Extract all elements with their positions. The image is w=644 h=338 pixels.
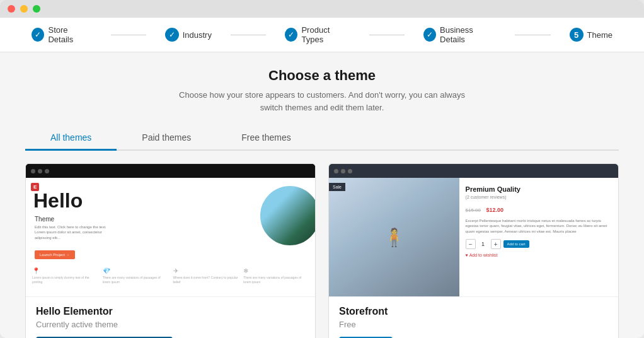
theme-card-storefront: Sale 🧍 Premium Quality (2 customer revie… [328,163,619,338]
step-label-store-details: Store Details [48,25,91,44]
sf-add-to-cart-btn: Add to cart [503,240,529,248]
page-subtitle-line1: Choose how your store appears to custome… [179,90,465,100]
hello-dot-2 [38,169,42,173]
step-label-theme: Theme [587,30,612,40]
theme-meta-hello-elementor: Currently active theme [36,320,305,329]
page-header: Choose a theme Choose how your store app… [25,67,619,114]
step-store-details[interactable]: ✓ Store Details [13,25,111,44]
step-connector-2 [231,35,266,35]
close-button[interactable] [8,5,15,13]
sf-qty-value: 1 [478,241,488,247]
storefront-top-bar [329,164,618,178]
sf-description: Excerpt Pellentesque habitant morbi tris… [466,218,612,234]
step-icon-theme: 5 [570,28,584,42]
hello-body-text: Edit this text. Click here to change the… [35,224,117,240]
sf-reviews: (2 customer reviews) [466,195,612,199]
hello-dot-1 [31,169,35,173]
hello-icon-2: 💎 There are many variations of passages … [103,267,168,284]
hello-headline: Hello [33,190,83,211]
main-content: Choose a theme Choose how your store app… [0,52,644,338]
step-icon-store-details: ✓ [32,28,44,42]
hello-icon-symbol-2: 💎 [103,267,168,274]
hello-sub-label: Theme [35,216,54,223]
theme-preview-hello-elementor: E Hello Theme Edit this text. Click here… [26,164,315,296]
sf-figure-icon: 🧍 [383,227,405,248]
theme-meta-storefront: Free [339,320,608,329]
sf-image-area: Sale 🧍 [329,178,459,296]
step-label-product-types: Product Types [301,25,350,44]
hello-icon-text-1: Lorem ipsum is simply dummy text of the … [32,276,98,284]
titlebar [0,0,644,18]
step-icon-business-details: ✓ [423,28,436,42]
storefront-preview-bg: Sale 🧍 Premium Quality (2 customer revie… [329,164,618,296]
sf-wishlist: ♥ Add to wishlist [466,253,612,257]
sf-info-area: Premium Quality (2 customer reviews) $15… [459,178,618,296]
hello-hero-image [258,184,315,247]
step-label-business-details: Business Details [440,25,496,44]
themes-grid: E Hello Theme Edit this text. Click here… [25,163,619,338]
theme-name-hello-elementor: Hello Elementor [36,306,305,317]
hello-icon-3: ✈ Where does it come from? Contrary to p… [173,267,239,284]
tab-free-themes[interactable]: Free themes [216,126,316,151]
sf-product-image: 🧍 [329,178,459,296]
maximize-button[interactable] [33,5,40,13]
tab-paid-themes[interactable]: Paid themes [117,126,216,151]
heart-icon: ♥ [466,253,468,257]
sf-body: Sale 🧍 Premium Quality (2 customer revie… [329,178,618,296]
hello-icon-symbol-1: 📍 [32,267,98,274]
hello-icon-text-2: There are many variations of passages of… [103,276,168,284]
theme-preview-storefront: Sale 🧍 Premium Quality (2 customer revie… [329,164,618,296]
sf-dot-3 [348,169,352,173]
sf-sale-badge: Sale [329,183,345,191]
step-product-types[interactable]: ✓ Product Types [266,25,369,44]
hello-icon-1: 📍 Lorem ipsum is simply dummy text of th… [32,267,98,284]
theme-info-hello-elementor: Hello Elementor Currently active theme C… [26,296,315,338]
minimize-button[interactable] [20,5,28,13]
hello-icon-symbol-4: ❄ [243,267,309,274]
sf-qty-row: − 1 + Add to cart [466,239,612,249]
step-business-details[interactable]: ✓ Business Details [405,25,515,44]
hello-top-bar [26,164,315,178]
step-label-industry: Industry [183,30,212,40]
page-subtitle: Choose how your store appears to custome… [25,89,619,114]
sf-product-title: Premium Quality [466,185,612,193]
tab-all-themes[interactable]: All themes [25,126,117,151]
hello-launch-btn: Launch Project → [35,250,75,259]
hello-body: E Hello Theme Edit this text. Click here… [26,178,315,296]
hello-icon-symbol-3: ✈ [173,267,239,274]
hello-preview-bg: E Hello Theme Edit this text. Click here… [26,164,315,296]
hello-icon-text-4: There are many variations of passages of… [243,276,309,284]
hello-icons-row: 📍 Lorem ipsum is simply dummy text of th… [32,267,309,284]
hello-icon-text-3: Where does it come from? Contrary to pop… [173,276,239,284]
step-connector-3 [369,35,405,35]
sf-dot-1 [334,169,338,173]
theme-info-storefront: Storefront Free Choose Live demo [329,296,618,338]
theme-name-storefront: Storefront [339,306,608,317]
page-title: Choose a theme [25,67,619,84]
step-connector-4 [515,35,550,35]
step-industry[interactable]: ✓ Industry [146,28,231,42]
theme-tabs: All themes Paid themes Free themes [25,126,619,151]
hello-icon-4: ❄ There are many variations of passages … [243,267,309,284]
step-icon-product-types: ✓ [285,28,297,42]
stepper: ✓ Store Details ✓ Industry ✓ Product Typ… [0,18,644,52]
hello-dot-3 [45,169,49,173]
step-icon-industry: ✓ [165,28,179,42]
step-connector-1 [111,35,146,35]
page-subtitle-line2: switch themes and edit them later. [260,103,384,112]
sf-price-new: $12.00 [486,207,503,213]
sf-qty-plus[interactable]: + [491,239,501,249]
sf-dot-2 [341,169,345,173]
theme-card-hello-elementor: E Hello Theme Edit this text. Click here… [25,163,316,338]
sf-qty-minus[interactable]: − [466,239,476,249]
step-theme[interactable]: 5 Theme [551,28,631,42]
app-window: ✓ Store Details ✓ Industry ✓ Product Typ… [0,0,644,338]
sf-price-old: $15.00 [466,207,481,213]
